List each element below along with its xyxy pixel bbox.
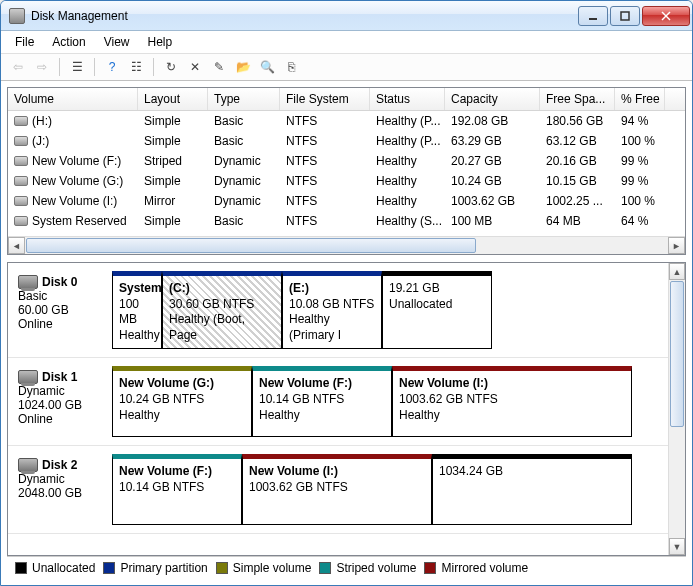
cell: Healthy (P... <box>370 114 445 128</box>
cell: 94 % <box>615 114 665 128</box>
horizontal-scrollbar[interactable]: ◄ ► <box>8 236 685 254</box>
vertical-scrollbar[interactable]: ▲ ▼ <box>668 263 685 555</box>
volume-icon <box>14 216 28 226</box>
cell: Healthy <box>370 154 445 168</box>
help-button[interactable]: ? <box>101 56 123 78</box>
legend-item: Unallocated <box>15 561 95 575</box>
cell: NTFS <box>280 154 370 168</box>
cell: NTFS <box>280 114 370 128</box>
column-header-status[interactable]: Status <box>370 88 445 110</box>
scroll-up-button[interactable]: ▲ <box>669 263 685 280</box>
legend-item: Striped volume <box>319 561 416 575</box>
column-header-capacity[interactable]: Capacity <box>445 88 540 110</box>
refresh-button[interactable]: ↻ <box>160 56 182 78</box>
scroll-right-button[interactable]: ► <box>668 237 685 254</box>
partition-block[interactable]: New Volume (I:)1003.62 GB NTFS <box>242 454 432 525</box>
menu-action[interactable]: Action <box>44 33 93 51</box>
toolbar: ⇦ ⇨ ☰ ? ☷ ↻ ✕ ✎ 📂 🔍 ⎘ <box>1 53 692 81</box>
disk-row: Disk 2Dynamic2048.00 GBNew Volume (F:)10… <box>8 446 668 534</box>
volume-list-header[interactable]: VolumeLayoutTypeFile SystemStatusCapacit… <box>8 88 685 111</box>
svg-rect-1 <box>621 12 629 20</box>
minimize-button[interactable] <box>578 6 608 26</box>
column-header-freespa[interactable]: Free Spa... <box>540 88 615 110</box>
cell: 63.29 GB <box>445 134 540 148</box>
menu-file[interactable]: File <box>7 33 42 51</box>
column-header-filesystem[interactable]: File System <box>280 88 370 110</box>
cell: 99 % <box>615 154 665 168</box>
cell: 100 MB <box>445 214 540 228</box>
cell: Healthy (S... <box>370 214 445 228</box>
rescan-disks-button[interactable]: ⎘ <box>280 56 302 78</box>
cell: Simple <box>138 114 208 128</box>
legend-swatch <box>216 562 228 574</box>
scroll-thumb[interactable] <box>26 238 476 253</box>
disk-row: Disk 1Dynamic1024.00 GBOnlineNew Volume … <box>8 358 668 446</box>
show-hide-console-tree-button[interactable]: ☰ <box>66 56 88 78</box>
cell: 1003.62 GB <box>445 194 540 208</box>
cell: Dynamic <box>208 194 280 208</box>
volume-row[interactable]: (H:)SimpleBasicNTFSHealthy (P...192.08 G… <box>8 111 685 131</box>
cell: NTFS <box>280 134 370 148</box>
legend-swatch <box>319 562 331 574</box>
cell: New Volume (G:) <box>8 174 138 188</box>
partition-block[interactable]: New Volume (G:)10.24 GB NTFSHealthy <box>112 366 252 437</box>
partition-block[interactable]: New Volume (F:)10.14 GB NTFSHealthy <box>252 366 392 437</box>
partition-block[interactable]: (C:)30.60 GB NTFSHealthy (Boot, Page <box>162 271 282 349</box>
legend-swatch <box>424 562 436 574</box>
partition-block[interactable]: System100 MBHealthy <box>112 271 162 349</box>
menubar: File Action View Help <box>1 31 692 53</box>
forward-button: ⇨ <box>31 56 53 78</box>
cell: 20.16 GB <box>540 154 615 168</box>
cell: NTFS <box>280 214 370 228</box>
cell: (H:) <box>8 114 138 128</box>
volume-row[interactable]: New Volume (F:)StripedDynamicNTFSHealthy… <box>8 151 685 171</box>
cell: 192.08 GB <box>445 114 540 128</box>
cell: Dynamic <box>208 174 280 188</box>
partition-block[interactable]: New Volume (F:)10.14 GB NTFS <box>112 454 242 525</box>
close-button[interactable] <box>642 6 690 26</box>
partition-block[interactable]: 1034.24 GB <box>432 454 632 525</box>
vscroll-thumb[interactable] <box>670 281 684 427</box>
partition-block[interactable]: New Volume (I:)1003.62 GB NTFSHealthy <box>392 366 632 437</box>
cell: 63.12 GB <box>540 134 615 148</box>
cell: Dynamic <box>208 154 280 168</box>
volume-row[interactable]: (J:)SimpleBasicNTFSHealthy (P...63.29 GB… <box>8 131 685 151</box>
app-icon <box>9 8 25 24</box>
column-header-volume[interactable]: Volume <box>8 88 138 110</box>
disk-icon <box>18 458 38 472</box>
volume-icon <box>14 136 28 146</box>
legend-item: Mirrored volume <box>424 561 528 575</box>
delete-button[interactable]: ✕ <box>184 56 206 78</box>
search-button[interactable]: 🔍 <box>256 56 278 78</box>
back-button: ⇦ <box>7 56 29 78</box>
menu-view[interactable]: View <box>96 33 138 51</box>
cell: NTFS <box>280 194 370 208</box>
column-header-free[interactable]: % Free <box>615 88 665 110</box>
cell: Mirror <box>138 194 208 208</box>
maximize-button[interactable] <box>610 6 640 26</box>
open-folder-button[interactable]: 📂 <box>232 56 254 78</box>
partition-block[interactable]: 19.21 GBUnallocated <box>382 271 492 349</box>
window-title: Disk Management <box>31 9 576 23</box>
partition-block[interactable]: (E:)10.08 GB NTFSHealthy (Primary I <box>282 271 382 349</box>
column-header-layout[interactable]: Layout <box>138 88 208 110</box>
column-header-type[interactable]: Type <box>208 88 280 110</box>
menu-help[interactable]: Help <box>140 33 181 51</box>
disk-graphical-view[interactable]: Disk 0Basic60.00 GBOnlineSystem100 MBHea… <box>7 262 686 556</box>
pane-splitter[interactable] <box>7 255 686 262</box>
cell: Healthy <box>370 174 445 188</box>
scroll-down-button[interactable]: ▼ <box>669 538 685 555</box>
disk-icon <box>18 275 38 289</box>
volume-list[interactable]: VolumeLayoutTypeFile SystemStatusCapacit… <box>7 87 686 255</box>
cell: 180.56 GB <box>540 114 615 128</box>
volume-row[interactable]: New Volume (I:)MirrorDynamicNTFSHealthy1… <box>8 191 685 211</box>
titlebar[interactable]: Disk Management <box>1 1 692 31</box>
disk-management-window: Disk Management File Action View Help ⇦ … <box>0 0 693 586</box>
volume-row[interactable]: New Volume (G:)SimpleDynamicNTFSHealthy1… <box>8 171 685 191</box>
volume-row[interactable]: System ReservedSimpleBasicNTFSHealthy (S… <box>8 211 685 231</box>
settings-button[interactable]: ☷ <box>125 56 147 78</box>
scroll-left-button[interactable]: ◄ <box>8 237 25 254</box>
disk-info: Disk 0Basic60.00 GBOnline <box>12 271 112 349</box>
disk-info: Disk 2Dynamic2048.00 GB <box>12 454 112 525</box>
properties-button[interactable]: ✎ <box>208 56 230 78</box>
